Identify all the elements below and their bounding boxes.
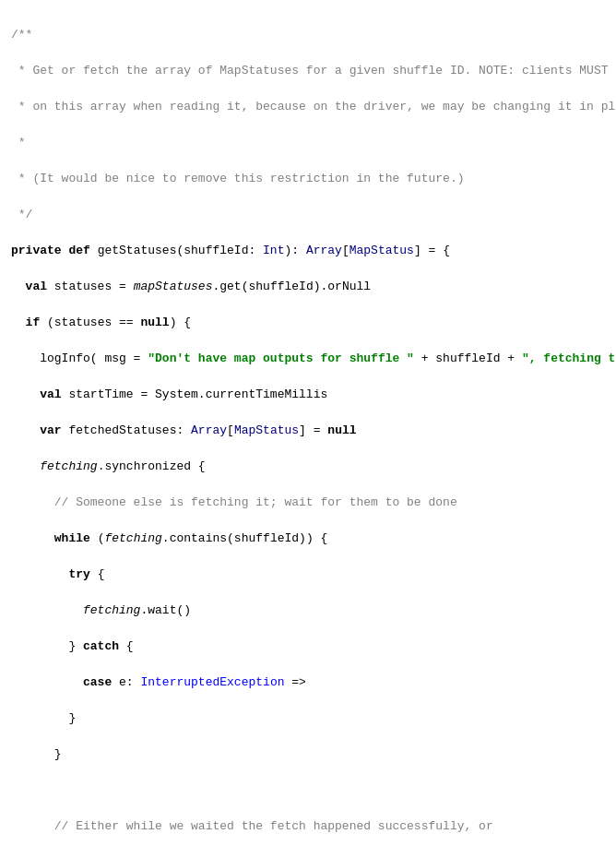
line-case-interrupted: case e: InterruptedException => bbox=[11, 675, 306, 689]
line-private-def: private def getStatuses(shuffleId: Int):… bbox=[11, 244, 450, 257]
line-catch-1: } catch { bbox=[11, 639, 134, 653]
comment-someone-else: // Someone else is fetching it; wait for… bbox=[11, 495, 457, 509]
line-if-statuses-null: if (statuses == null) { bbox=[11, 316, 191, 329]
comment-either-while: // Either while we waited the fetch happ… bbox=[11, 819, 493, 833]
line-fetching-wait: fetching.wait() bbox=[11, 603, 191, 617]
line-try-1: try { bbox=[11, 567, 104, 581]
line-val-statuses: val statuses = mapStatuses.get(shuffleId… bbox=[11, 280, 371, 293]
comment-line-3: * on this array when reading it, because… bbox=[11, 100, 616, 113]
comment-line-4: * bbox=[11, 136, 26, 149]
line-close-catch: } bbox=[11, 711, 76, 725]
line-loginfo-1: logInfo( msg = "Don't have map outputs f… bbox=[11, 352, 616, 365]
line-val-starttime: val startTime = System.currentTimeMillis bbox=[11, 387, 327, 401]
line-while: while (fetching.contains(shuffleId)) { bbox=[11, 531, 327, 545]
comment-line-5: * (It would be nice to remove this restr… bbox=[11, 172, 464, 185]
comment-line-6: */ bbox=[11, 208, 32, 221]
line-close-while: } bbox=[11, 747, 62, 761]
line-fetching-sync: fetching.synchronized { bbox=[11, 459, 206, 473]
comment-line-1: /** bbox=[11, 28, 32, 42]
code-editor: /** * Get or fetch the array of MapStatu… bbox=[0, 0, 616, 846]
line-var-fetched: var fetchedStatuses: Array[MapStatus] = … bbox=[11, 423, 357, 437]
comment-line-2: * Get or fetch the array of MapStatuses … bbox=[11, 64, 616, 77]
